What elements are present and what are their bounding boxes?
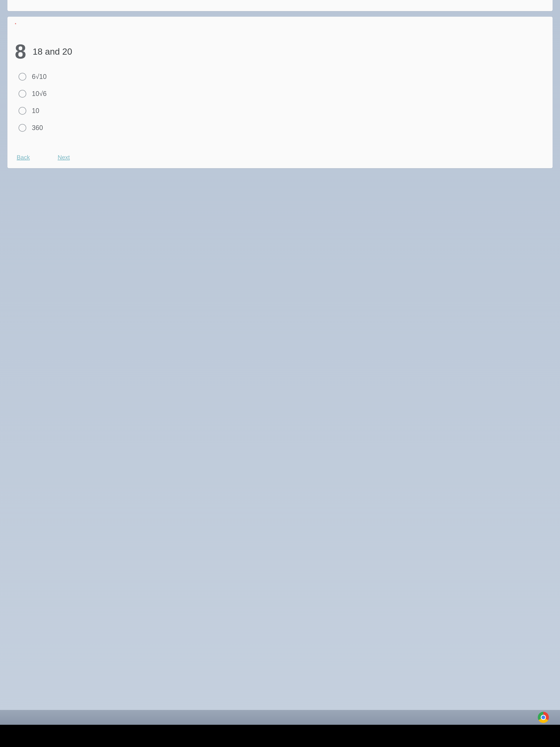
radio-icon xyxy=(19,73,26,81)
back-button[interactable]: Back xyxy=(17,154,30,161)
radio-icon xyxy=(19,124,26,132)
options-container: 6√10 10√6 10 360 xyxy=(19,73,545,132)
question-text: 18 and 20 xyxy=(33,47,72,57)
question-number: 8 xyxy=(15,41,26,62)
question-card: * 8 18 and 20 6√10 10√6 10 xyxy=(7,17,553,168)
navigation-buttons: Back Next xyxy=(17,154,545,161)
required-asterisk: * xyxy=(15,22,545,26)
taskbar xyxy=(0,710,560,725)
option-label: 10 xyxy=(32,107,39,115)
radio-icon xyxy=(19,90,26,98)
radio-icon xyxy=(19,107,26,115)
option-label: 360 xyxy=(32,124,43,132)
option-label: 10√6 xyxy=(32,90,47,98)
option-1[interactable]: 6√10 xyxy=(19,73,545,81)
next-button[interactable]: Next xyxy=(58,154,70,161)
option-2[interactable]: 10√6 xyxy=(19,90,545,98)
page-wrapper: * 8 18 and 20 6√10 10√6 10 xyxy=(0,0,560,710)
screen-bezel xyxy=(0,725,560,747)
option-label: 6√10 xyxy=(32,73,47,81)
chrome-icon[interactable] xyxy=(538,712,549,723)
previous-question-card xyxy=(7,0,553,11)
option-3[interactable]: 10 xyxy=(19,107,545,115)
question-header: 8 18 and 20 xyxy=(15,41,545,62)
option-4[interactable]: 360 xyxy=(19,124,545,132)
